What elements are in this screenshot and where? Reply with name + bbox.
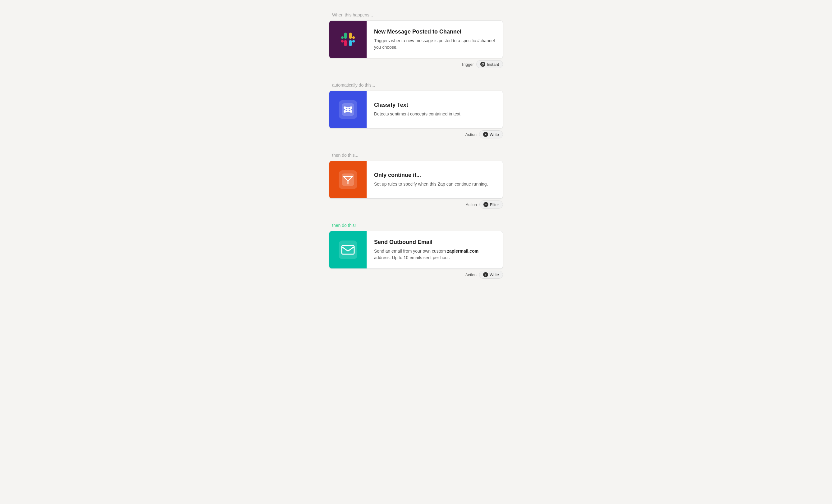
svg-rect-2 bbox=[349, 33, 352, 39]
email-icon-bg bbox=[329, 231, 367, 269]
plus-icon-1: + bbox=[483, 132, 488, 137]
svg-rect-18 bbox=[342, 246, 354, 254]
svg-rect-4 bbox=[344, 40, 347, 46]
action3-badge[interactable]: + Write bbox=[479, 271, 503, 279]
trigger-card-title: New Message Posted to Channel bbox=[374, 29, 495, 35]
trigger-card-description: Triggers when a new message is posted to… bbox=[374, 37, 495, 51]
trigger-badge-label: Trigger bbox=[461, 62, 474, 67]
connector-3 bbox=[416, 211, 416, 223]
classify-icon-bg bbox=[329, 91, 367, 128]
action1-badge[interactable]: + Write bbox=[479, 130, 503, 138]
connector-2 bbox=[416, 140, 416, 153]
action2-badge-row: Action + Filter bbox=[329, 199, 503, 211]
filter-card-content: Only continue if... Set up rules to spec… bbox=[367, 161, 503, 198]
plus-icon-2: + bbox=[484, 202, 488, 207]
classify-card-description: Detects sentiment concepts contained in … bbox=[374, 111, 495, 117]
filter-card-description: Set up rules to specify when this Zap ca… bbox=[374, 181, 495, 188]
step-label-action3: then do this! bbox=[332, 223, 356, 228]
email-card-title: Send Outbound Email bbox=[374, 239, 495, 246]
classify-card-title: Classify Text bbox=[374, 102, 495, 108]
connector-1 bbox=[416, 70, 416, 83]
filter-icon bbox=[339, 170, 357, 189]
clock-icon: ⏱ bbox=[480, 62, 485, 67]
step-label-trigger: When this happens... bbox=[332, 12, 373, 18]
trigger-badge[interactable]: ⏱ Instant bbox=[476, 60, 503, 68]
action2-badge[interactable]: + Filter bbox=[479, 200, 503, 208]
email-domain: zapiermail.com bbox=[447, 249, 478, 254]
classify-card[interactable]: Classify Text Detects sentiment concepts… bbox=[329, 91, 503, 129]
email-card[interactable]: Send Outbound Email Send an email from y… bbox=[329, 231, 503, 269]
classify-icon bbox=[339, 100, 357, 119]
trigger-card[interactable]: New Message Posted to Channel Triggers w… bbox=[329, 21, 503, 58]
action3-badge-row: Action + Write bbox=[329, 269, 503, 281]
step-label-action1: automatically do this... bbox=[332, 83, 375, 87]
email-icon bbox=[339, 241, 357, 259]
email-card-content: Send Outbound Email Send an email from y… bbox=[367, 231, 503, 269]
step-label-action2: then do this... bbox=[332, 153, 358, 158]
filter-icon-bg bbox=[329, 161, 367, 198]
action1-badge-row: Action + Write bbox=[329, 129, 503, 140]
action2-badge-text: Filter bbox=[490, 202, 499, 207]
filter-card[interactable]: Only continue if... Set up rules to spec… bbox=[329, 161, 503, 199]
trigger-badge-text: Instant bbox=[487, 62, 499, 67]
workflow-container: When this happens... bbox=[329, 12, 503, 281]
slack-icon bbox=[339, 30, 357, 49]
action3-badge-label: Action bbox=[465, 273, 476, 277]
svg-rect-6 bbox=[349, 40, 352, 46]
action3-badge-text: Write bbox=[490, 273, 499, 277]
slack-icon-bg bbox=[329, 21, 367, 58]
action1-badge-text: Write bbox=[490, 132, 499, 137]
svg-rect-0 bbox=[344, 33, 347, 39]
action1-badge-label: Action bbox=[465, 132, 476, 137]
trigger-card-content: New Message Posted to Channel Triggers w… bbox=[367, 21, 503, 58]
email-desc-part2: address. Up to 10 emails sent per hour. bbox=[374, 255, 450, 260]
plus-icon-3: + bbox=[483, 272, 488, 277]
svg-point-14 bbox=[350, 110, 352, 113]
classify-card-content: Classify Text Detects sentiment concepts… bbox=[367, 91, 503, 128]
svg-rect-5 bbox=[341, 40, 344, 43]
trigger-badge-row: Trigger ⏱ Instant bbox=[329, 58, 503, 70]
action2-badge-label: Action bbox=[466, 202, 477, 207]
svg-rect-1 bbox=[341, 36, 344, 39]
filter-card-title: Only continue if... bbox=[374, 172, 495, 178]
svg-rect-3 bbox=[352, 36, 355, 39]
svg-point-13 bbox=[344, 110, 346, 113]
email-card-description: Send an email from your own custom zapie… bbox=[374, 248, 495, 261]
svg-point-9 bbox=[344, 107, 346, 109]
svg-point-10 bbox=[350, 107, 352, 109]
svg-rect-7 bbox=[352, 40, 355, 43]
email-desc-part1: Send an email from your own custom bbox=[374, 249, 447, 254]
